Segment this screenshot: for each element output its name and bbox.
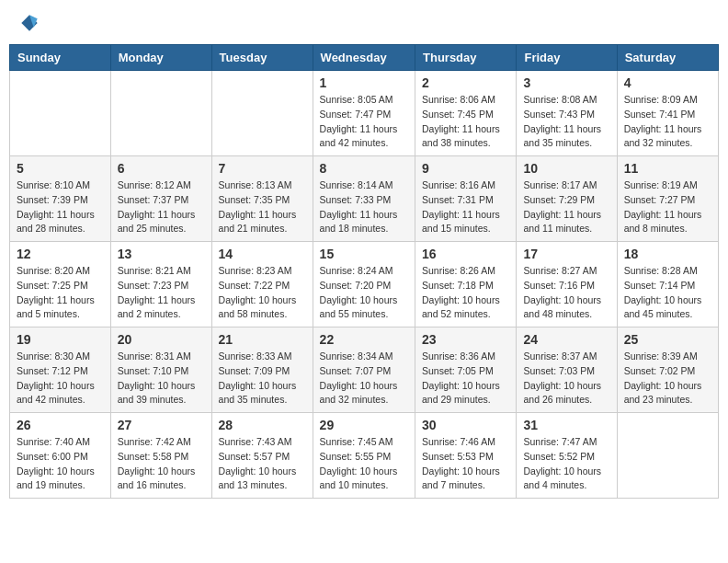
day-cell: 7Sunrise: 8:13 AM Sunset: 7:35 PM Daylig… — [211, 156, 313, 242]
day-number: 12 — [17, 247, 104, 261]
day-info: Sunrise: 8:31 AM Sunset: 7:10 PM Dayligh… — [118, 350, 205, 408]
week-row-1: 1Sunrise: 8:05 AM Sunset: 7:47 PM Daylig… — [10, 71, 719, 156]
header-saturday: Saturday — [617, 45, 718, 71]
day-cell: 10Sunrise: 8:17 AM Sunset: 7:29 PM Dayli… — [517, 156, 617, 242]
day-info: Sunrise: 8:19 AM Sunset: 7:27 PM Dayligh… — [624, 178, 711, 236]
day-info: Sunrise: 7:47 AM Sunset: 5:52 PM Dayligh… — [523, 435, 609, 493]
day-info: Sunrise: 8:33 AM Sunset: 7:09 PM Dayligh… — [219, 350, 306, 408]
logo-icon — [20, 14, 39, 32]
week-row-3: 12Sunrise: 8:20 AM Sunset: 7:25 PM Dayli… — [10, 242, 719, 327]
week-row-4: 19Sunrise: 8:30 AM Sunset: 7:12 PM Dayli… — [10, 327, 719, 413]
day-number: 10 — [523, 161, 609, 176]
day-cell — [211, 71, 313, 156]
day-number: 22 — [320, 332, 408, 347]
header-wednesday: Wednesday — [313, 45, 415, 71]
day-cell: 23Sunrise: 8:36 AM Sunset: 7:05 PM Dayli… — [415, 327, 517, 413]
day-number: 26 — [17, 418, 104, 432]
day-info: Sunrise: 8:20 AM Sunset: 7:25 PM Dayligh… — [17, 264, 104, 322]
day-number: 4 — [624, 75, 711, 90]
day-info: Sunrise: 7:45 AM Sunset: 5:55 PM Dayligh… — [320, 435, 408, 493]
day-number: 14 — [219, 247, 306, 261]
day-cell: 9Sunrise: 8:16 AM Sunset: 7:31 PM Daylig… — [415, 156, 517, 242]
day-info: Sunrise: 8:12 AM Sunset: 7:37 PM Dayligh… — [118, 178, 205, 236]
day-info: Sunrise: 8:39 AM Sunset: 7:02 PM Dayligh… — [624, 350, 711, 408]
day-number: 5 — [17, 161, 104, 176]
day-cell: 31Sunrise: 7:47 AM Sunset: 5:52 PM Dayli… — [517, 413, 617, 499]
day-number: 13 — [118, 247, 205, 261]
day-cell: 17Sunrise: 8:27 AM Sunset: 7:16 PM Dayli… — [517, 242, 617, 327]
day-cell: 11Sunrise: 8:19 AM Sunset: 7:27 PM Dayli… — [617, 156, 718, 242]
day-number: 17 — [523, 247, 609, 261]
day-info: Sunrise: 8:34 AM Sunset: 7:07 PM Dayligh… — [320, 350, 408, 408]
week-row-2: 5Sunrise: 8:10 AM Sunset: 7:39 PM Daylig… — [10, 156, 719, 242]
day-cell: 5Sunrise: 8:10 AM Sunset: 7:39 PM Daylig… — [10, 156, 111, 242]
day-cell: 18Sunrise: 8:28 AM Sunset: 7:14 PM Dayli… — [617, 242, 718, 327]
day-number: 16 — [422, 247, 509, 261]
day-cell: 25Sunrise: 8:39 AM Sunset: 7:02 PM Dayli… — [617, 327, 718, 413]
day-number: 15 — [320, 247, 408, 261]
day-cell: 28Sunrise: 7:43 AM Sunset: 5:57 PM Dayli… — [211, 413, 313, 499]
header-monday: Monday — [110, 45, 211, 71]
day-cell: 2Sunrise: 8:06 AM Sunset: 7:45 PM Daylig… — [415, 71, 517, 156]
day-info: Sunrise: 8:16 AM Sunset: 7:31 PM Dayligh… — [422, 178, 509, 236]
day-info: Sunrise: 8:08 AM Sunset: 7:43 PM Dayligh… — [523, 93, 609, 151]
day-info: Sunrise: 8:10 AM Sunset: 7:39 PM Dayligh… — [17, 178, 104, 236]
calendar-table: SundayMondayTuesdayWednesdayThursdayFrid… — [9, 44, 719, 499]
day-number: 30 — [422, 418, 509, 432]
day-info: Sunrise: 8:27 AM Sunset: 7:16 PM Dayligh… — [523, 264, 609, 322]
day-cell: 8Sunrise: 8:14 AM Sunset: 7:33 PM Daylig… — [313, 156, 415, 242]
day-number: 24 — [523, 332, 609, 347]
day-number: 1 — [320, 75, 408, 90]
day-number: 29 — [320, 418, 408, 432]
day-number: 3 — [523, 75, 609, 90]
day-cell: 16Sunrise: 8:26 AM Sunset: 7:18 PM Dayli… — [415, 242, 517, 327]
day-info: Sunrise: 8:23 AM Sunset: 7:22 PM Dayligh… — [219, 264, 306, 322]
day-cell: 3Sunrise: 8:08 AM Sunset: 7:43 PM Daylig… — [517, 71, 617, 156]
day-number: 11 — [624, 161, 711, 176]
day-cell — [110, 71, 211, 156]
day-cell: 12Sunrise: 8:20 AM Sunset: 7:25 PM Dayli… — [10, 242, 111, 327]
header-thursday: Thursday — [415, 45, 517, 71]
day-info: Sunrise: 8:37 AM Sunset: 7:03 PM Dayligh… — [523, 350, 609, 408]
day-cell: 24Sunrise: 8:37 AM Sunset: 7:03 PM Dayli… — [517, 327, 617, 413]
day-number: 31 — [523, 418, 609, 432]
day-number: 23 — [422, 332, 509, 347]
day-cell: 15Sunrise: 8:24 AM Sunset: 7:20 PM Dayli… — [313, 242, 415, 327]
day-info: Sunrise: 7:40 AM Sunset: 6:00 PM Dayligh… — [17, 435, 104, 493]
day-cell: 14Sunrise: 8:23 AM Sunset: 7:22 PM Dayli… — [211, 242, 313, 327]
day-number: 9 — [422, 161, 509, 176]
header-friday: Friday — [517, 45, 617, 71]
day-cell: 27Sunrise: 7:42 AM Sunset: 5:58 PM Dayli… — [110, 413, 211, 499]
day-number: 2 — [422, 75, 509, 90]
day-number: 8 — [320, 161, 408, 176]
page-header — [9, 9, 719, 37]
day-number: 27 — [118, 418, 205, 432]
day-info: Sunrise: 7:43 AM Sunset: 5:57 PM Dayligh… — [219, 435, 306, 493]
day-cell — [617, 413, 718, 499]
day-info: Sunrise: 8:36 AM Sunset: 7:05 PM Dayligh… — [422, 350, 509, 408]
day-cell: 1Sunrise: 8:05 AM Sunset: 7:47 PM Daylig… — [313, 71, 415, 156]
day-cell: 29Sunrise: 7:45 AM Sunset: 5:55 PM Dayli… — [313, 413, 415, 499]
day-info: Sunrise: 8:30 AM Sunset: 7:12 PM Dayligh… — [17, 350, 104, 408]
day-info: Sunrise: 7:42 AM Sunset: 5:58 PM Dayligh… — [118, 435, 205, 493]
day-info: Sunrise: 8:05 AM Sunset: 7:47 PM Dayligh… — [320, 93, 408, 151]
day-cell: 19Sunrise: 8:30 AM Sunset: 7:12 PM Dayli… — [10, 327, 111, 413]
day-info: Sunrise: 8:28 AM Sunset: 7:14 PM Dayligh… — [624, 264, 711, 322]
day-info: Sunrise: 8:26 AM Sunset: 7:18 PM Dayligh… — [422, 264, 509, 322]
header-row: SundayMondayTuesdayWednesdayThursdayFrid… — [10, 45, 719, 71]
day-info: Sunrise: 8:17 AM Sunset: 7:29 PM Dayligh… — [523, 178, 609, 236]
day-number: 21 — [219, 332, 306, 347]
day-number: 7 — [219, 161, 306, 176]
day-cell: 30Sunrise: 7:46 AM Sunset: 5:53 PM Dayli… — [415, 413, 517, 499]
day-cell: 21Sunrise: 8:33 AM Sunset: 7:09 PM Dayli… — [211, 327, 313, 413]
week-row-5: 26Sunrise: 7:40 AM Sunset: 6:00 PM Dayli… — [10, 413, 719, 499]
day-info: Sunrise: 8:13 AM Sunset: 7:35 PM Dayligh… — [219, 178, 306, 236]
day-number: 18 — [624, 247, 711, 261]
day-cell: 4Sunrise: 8:09 AM Sunset: 7:41 PM Daylig… — [617, 71, 718, 156]
day-info: Sunrise: 7:46 AM Sunset: 5:53 PM Dayligh… — [422, 435, 509, 493]
day-cell: 26Sunrise: 7:40 AM Sunset: 6:00 PM Dayli… — [10, 413, 111, 499]
day-info: Sunrise: 8:06 AM Sunset: 7:45 PM Dayligh… — [422, 93, 509, 151]
day-info: Sunrise: 8:24 AM Sunset: 7:20 PM Dayligh… — [320, 264, 408, 322]
header-sunday: Sunday — [10, 45, 111, 71]
day-info: Sunrise: 8:09 AM Sunset: 7:41 PM Dayligh… — [624, 93, 711, 151]
